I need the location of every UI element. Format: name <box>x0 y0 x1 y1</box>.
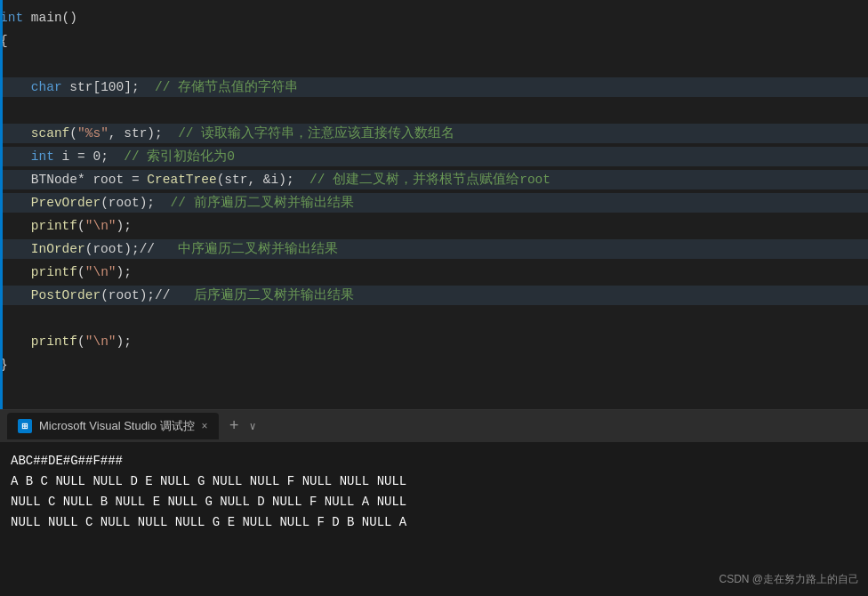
output-line: NULL C NULL B NULL E NULL G NULL D NULL … <box>11 492 857 512</box>
code-line <box>0 53 868 77</box>
code-line <box>0 100 868 123</box>
terminal-tab-label: Microsoft Visual Studio 调试控 <box>39 418 195 434</box>
code-line: scanf("%s", str); // 读取输入字符串，注意应该直接传入数组名 <box>0 123 868 146</box>
code-line: BTNode* root = CreatTree(str, &i); // 创建… <box>0 169 868 192</box>
code-line: printf("\n"); <box>0 262 868 285</box>
code-line <box>0 308 868 331</box>
output-line: NULL NULL C NULL NULL NULL G E NULL NULL… <box>11 512 857 533</box>
line-content: InOrder(root);// 中序遍历二叉树并输出结果 <box>0 239 868 259</box>
code-line: } <box>0 354 868 377</box>
code-line: InOrder(root);// 中序遍历二叉树并输出结果 <box>0 238 868 262</box>
output-line: A B C NULL NULL D E NULL G NULL NULL F N… <box>11 471 857 492</box>
code-line: PostOrder(root);// 后序遍历二叉树并输出结果 <box>0 285 868 308</box>
line-content: PostOrder(root);// 后序遍历二叉树并输出结果 <box>0 286 868 305</box>
terminal-tabs: ⊞ Microsoft Visual Studio 调试控 × + ∨ <box>0 410 868 442</box>
terminal-tab-icon: ⊞ <box>18 419 32 433</box>
line-content: printf("\n"); <box>0 262 868 282</box>
editor-left-border <box>0 0 3 409</box>
lines-container: int main(){ char str[100]; // 存储节点值的字符串 … <box>0 7 868 377</box>
code-line: int main() <box>0 7 868 30</box>
line-content: PrevOrder(root); // 前序遍历二叉树并输出结果 <box>0 193 868 213</box>
terminal-panel: ⊞ Microsoft Visual Studio 调试控 × + ∨ ABC#… <box>0 409 868 596</box>
code-line: PrevOrder(root); // 前序遍历二叉树并输出结果 <box>0 192 868 215</box>
vs-icon-text: ⊞ <box>21 422 28 431</box>
terminal-add-tab-button[interactable]: + <box>222 417 246 435</box>
line-content: char str[100]; // 存储节点值的字符串 <box>0 77 868 97</box>
code-line: { <box>0 30 868 53</box>
line-content: scanf("%s", str); // 读取输入字符串，注意应该直接传入数组名 <box>0 124 868 143</box>
terminal-dropdown-button[interactable]: ∨ <box>249 420 255 433</box>
line-content: printf("\n"); <box>0 332 868 351</box>
terminal-tab[interactable]: ⊞ Microsoft Visual Studio 调试控 × <box>7 413 219 439</box>
line-content: int main() <box>0 8 868 28</box>
code-line: char str[100]; // 存储节点值的字符串 <box>0 77 868 100</box>
line-content: { <box>0 31 868 51</box>
terminal-tab-close-button[interactable]: × <box>202 420 208 432</box>
output-line: ABC##DE#G##F### <box>11 451 857 471</box>
watermark: CSDN @走在努力路上的自己 <box>719 572 859 587</box>
code-line: printf("\n"); <box>0 215 868 238</box>
code-line: printf("\n"); <box>0 331 868 354</box>
code-editor: int main(){ char str[100]; // 存储节点值的字符串 … <box>0 0 868 409</box>
code-line: int i = 0; // 索引初始化为0 <box>0 146 868 169</box>
line-content: } <box>0 355 868 375</box>
line-content: printf("\n"); <box>0 216 868 236</box>
line-content: BTNode* root = CreatTree(str, &i); // 创建… <box>0 170 868 189</box>
line-content: int i = 0; // 索引初始化为0 <box>0 147 868 166</box>
